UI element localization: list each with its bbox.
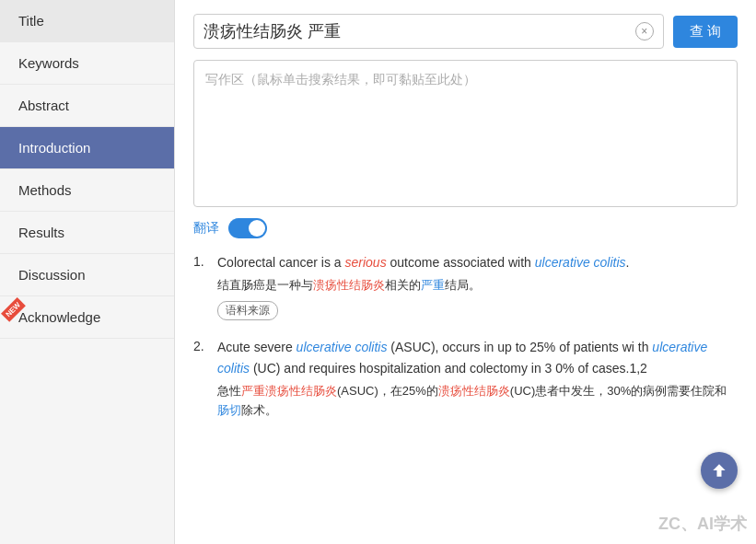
translation-toggle[interactable] — [228, 218, 267, 238]
italic-blue-text: ulcerative colitis — [535, 255, 626, 270]
italic-blue-text: ulcerative colitis — [217, 340, 707, 375]
result-cn-text: 急性严重溃疡性结肠炎(ASUC)，在25%的溃疡性结肠炎(UC)患者中发生，30… — [217, 382, 738, 421]
sidebar-item-label: Introduction — [18, 140, 90, 156]
result-en-text[interactable]: Acute severe ulcerative colitis (ASUC), … — [217, 337, 738, 378]
cn-red-text: 严重溃疡性结肠炎 — [241, 384, 337, 398]
source-tag[interactable]: 语料来源 — [217, 301, 278, 320]
scroll-top-button[interactable] — [701, 452, 738, 489]
writing-area[interactable]: 写作区（鼠标单击搜索结果，即可黏贴至此处） — [193, 60, 738, 207]
arrow-up-icon — [710, 461, 728, 480]
result-cn-text: 结直肠癌是一种与溃疡性结肠炎相关的严重结局。 — [217, 276, 738, 295]
sidebar-item-label: Abstract — [18, 98, 69, 113]
translation-label: 翻译 — [193, 220, 219, 237]
cn-red-text: 溃疡性结肠炎 — [313, 278, 385, 292]
search-query-text: 溃疡性结肠炎 严重 — [204, 20, 635, 42]
result-body: Colorectal cancer is a serious outcome a… — [217, 252, 738, 320]
sidebar-item-methods[interactable]: Methods — [0, 169, 174, 212]
result-item: 1. Colorectal cancer is a serious outcom… — [193, 252, 738, 320]
italic-red-text: serious — [345, 255, 387, 270]
search-bar: 溃疡性结肠炎 严重 × 查 询 — [193, 14, 738, 49]
sidebar-item-abstract[interactable]: Abstract — [0, 85, 174, 127]
sidebar-item-label: Acknowledge — [18, 309, 100, 325]
result-en-text[interactable]: Colorectal cancer is a serious outcome a… — [217, 252, 738, 272]
sidebar-item-keywords[interactable]: Keywords — [0, 42, 174, 85]
sidebar-item-results[interactable]: Results — [0, 212, 174, 254]
italic-blue-text: ulcerative colitis — [297, 340, 388, 354]
sidebar-item-label: Keywords — [18, 55, 79, 71]
cn-blue-text: 肠切 — [217, 403, 241, 417]
sidebar-item-title[interactable]: Title — [0, 0, 174, 42]
clear-button[interactable]: × — [635, 22, 654, 41]
result-item: 2. Acute severe ulcerative colitis (ASUC… — [193, 337, 738, 425]
cn-blue-text: 严重 — [421, 278, 445, 292]
sidebar-item-acknowledge[interactable]: Acknowledge — [0, 296, 174, 339]
translation-row: 翻译 — [193, 218, 738, 238]
sidebar-item-label: Discussion — [18, 267, 86, 283]
result-body: Acute severe ulcerative colitis (ASUC), … — [217, 337, 738, 425]
search-input-wrapper: 溃疡性结肠炎 严重 × — [193, 14, 664, 49]
search-button[interactable]: 查 询 — [673, 16, 738, 48]
sidebar-item-label: Results — [18, 225, 64, 240]
result-number: 1. — [193, 252, 210, 320]
main-content: 溃疡性结肠炎 严重 × 查 询 写作区（鼠标单击搜索结果，即可黏贴至此处） 翻译… — [175, 0, 756, 544]
sidebar-item-label: Title — [18, 13, 44, 29]
sidebar-item-discussion[interactable]: Discussion — [0, 254, 174, 296]
sidebar-item-label: Methods — [18, 182, 72, 198]
sidebar-item-introduction[interactable]: Introduction — [0, 127, 174, 169]
result-number: 2. — [193, 337, 210, 425]
results-list: 1. Colorectal cancer is a serious outcom… — [193, 252, 738, 443]
sidebar: Title Keywords Abstract Introduction Met… — [0, 0, 175, 544]
cn-red-text: 溃疡性结肠炎 — [438, 384, 510, 398]
